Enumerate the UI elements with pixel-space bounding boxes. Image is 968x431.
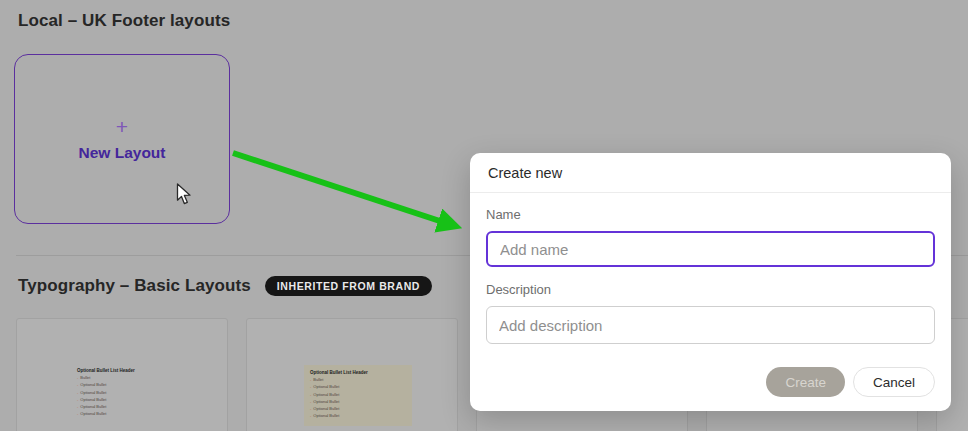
- bullet-list-preview: Optional Bullet List Header -Bullet -Opt…: [77, 367, 181, 418]
- layout-thumbnail-card[interactable]: Optional Bullet List Header -Bullet -Opt…: [16, 318, 228, 431]
- bullet-item: -Optional Bullet: [310, 412, 406, 419]
- bullet-marker: -: [77, 397, 78, 402]
- bullet-list-header: Optional Bullet List Header: [77, 367, 181, 374]
- new-layout-card[interactable]: + New Layout: [14, 54, 230, 224]
- bullet-marker: -: [77, 390, 78, 395]
- bullet-item: -Optional Bullet: [310, 391, 406, 398]
- section-title-typography: Typography – Basic Layouts: [18, 276, 251, 296]
- description-label: Description: [486, 282, 935, 297]
- bullet-list-preview: Optional Bullet List Header -Bullet -Opt…: [304, 365, 412, 426]
- bullet-item: -Bullet: [310, 376, 406, 383]
- name-label: Name: [486, 207, 935, 222]
- name-input[interactable]: [486, 231, 935, 267]
- bullet-list-header: Optional Bullet List Header: [310, 369, 406, 376]
- bullet-item: -Optional Bullet: [77, 381, 181, 388]
- bullet-marker: -: [310, 399, 311, 404]
- bullet-marker: -: [77, 382, 78, 387]
- section-title-local-uk-footer: Local – UK Footer layouts: [18, 11, 230, 31]
- typography-section-header: Typography – Basic Layouts INHERITED FRO…: [18, 276, 432, 296]
- new-layout-label: New Layout: [79, 144, 166, 162]
- bullet-marker: -: [77, 411, 78, 416]
- bullet-marker: -: [310, 384, 311, 389]
- bullet-marker: -: [310, 377, 311, 382]
- bullet-item: -Optional Bullet: [77, 389, 181, 396]
- modal-header: Create new: [470, 153, 951, 193]
- description-input[interactable]: [486, 306, 935, 344]
- bullet-marker: -: [310, 413, 311, 418]
- create-new-modal: Create new Name Description Create Cance…: [470, 153, 951, 411]
- modal-body: Name Description: [470, 193, 951, 344]
- bullet-item: -Optional Bullet: [310, 405, 406, 412]
- bullet-marker: -: [310, 392, 311, 397]
- bullet-marker: -: [77, 404, 78, 409]
- modal-title: Create new: [488, 165, 562, 181]
- plus-icon: +: [116, 116, 128, 137]
- bullet-marker: -: [77, 375, 78, 380]
- inherited-from-brand-badge: INHERITED FROM BRAND: [265, 276, 432, 296]
- bullet-marker: -: [310, 406, 311, 411]
- bullet-item: -Optional Bullet: [77, 410, 181, 417]
- cancel-button[interactable]: Cancel: [853, 367, 935, 397]
- modal-footer: Create Cancel: [470, 367, 951, 411]
- bullet-item: -Bullet: [77, 374, 181, 381]
- create-button[interactable]: Create: [766, 367, 845, 397]
- bullet-item: -Optional Bullet: [77, 396, 181, 403]
- bullet-item: -Optional Bullet: [310, 383, 406, 390]
- layout-thumbnail-card[interactable]: Optional Bullet List Header -Bullet -Opt…: [246, 318, 458, 431]
- bullet-item: -Optional Bullet: [310, 398, 406, 405]
- bullet-item: -Optional Bullet: [77, 403, 181, 410]
- green-annotation-arrow: [225, 145, 475, 245]
